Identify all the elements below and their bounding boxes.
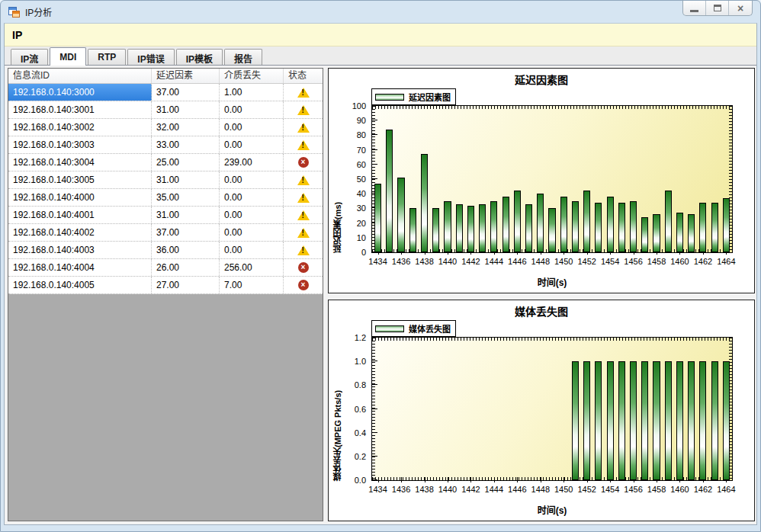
maximize-button[interactable]	[706, 1, 729, 15]
bar	[723, 361, 730, 480]
x-tick-label: 1454	[601, 257, 619, 266]
bar	[711, 203, 718, 252]
bar	[665, 191, 672, 252]
warning-icon	[297, 210, 310, 220]
bar	[676, 361, 683, 480]
title-bar[interactable]: IP分析 ×	[4, 1, 757, 23]
y-tick-label: 1.2	[355, 333, 366, 342]
window-controls: ×	[682, 1, 753, 16]
legend-swatch-icon	[375, 325, 404, 332]
column-header-delay-factor[interactable]: 延迟因素	[152, 69, 220, 83]
cell-media-loss: 239.00	[220, 154, 284, 171]
y-tick-label: 0.4	[355, 428, 366, 437]
x-axis-label: 时间(s)	[371, 503, 733, 516]
x-tick-label: 1450	[554, 257, 573, 266]
cell-stream-id: 192.168.0.140:4002	[8, 224, 152, 241]
bar	[688, 214, 695, 252]
legend-label: 延迟因素图	[409, 91, 451, 103]
cell-stream-id: 192.168.0.140:4001	[8, 207, 152, 223]
cell-media-loss: 0.00	[220, 171, 284, 188]
bar	[641, 217, 648, 252]
y-tick-label: 100	[352, 101, 366, 111]
bar	[432, 208, 439, 252]
table-row[interactable]: 192.168.0.140:300037.001.00	[8, 84, 323, 101]
tab-报告[interactable]: 报告	[224, 49, 262, 65]
main-content: 信息流ID 延迟因素 介质丢失 状态 192.168.0.140:300037.…	[5, 66, 756, 524]
x-tick-label: 1446	[508, 257, 526, 266]
table-body: 192.168.0.140:300037.001.00192.168.0.140…	[8, 84, 323, 294]
cell-status	[284, 136, 323, 153]
table-row[interactable]: 192.168.0.140:300333.000.00	[8, 136, 323, 154]
x-tick-label: 1444	[485, 257, 503, 266]
bar	[630, 361, 637, 480]
legend-label: 媒体丢失图	[409, 322, 451, 335]
cell-stream-id: 192.168.0.140:3001	[8, 101, 152, 118]
tab-RTP[interactable]: RTP	[88, 49, 126, 65]
legend-swatch-icon	[375, 94, 404, 101]
cell-status	[284, 171, 323, 188]
table-row[interactable]: 192.168.0.140:300131.000.00	[8, 101, 323, 119]
bar	[688, 361, 695, 480]
cell-media-loss: 0.00	[220, 119, 284, 136]
plot-area: 0102030405060708090100143414361438144014…	[371, 105, 733, 253]
bar	[641, 361, 648, 480]
x-tick-label: 1464	[717, 257, 735, 266]
x-tick-label: 1454	[601, 485, 619, 494]
bar	[514, 191, 521, 252]
bar	[421, 154, 428, 252]
error-icon: ×	[298, 280, 309, 290]
window-body: IP IP流MDIRTPIP错误IP模板报告 信息流ID 延迟因素 介质丢失 状…	[4, 23, 757, 525]
table-row[interactable]: 192.168.0.140:400527.007.00×	[8, 277, 323, 294]
y-tick-label: 70	[357, 146, 366, 155]
tab-IP错误[interactable]: IP错误	[127, 49, 174, 65]
cell-delay-factor: 27.00	[152, 277, 220, 293]
x-tick-label: 1462	[694, 485, 712, 494]
table-row[interactable]: 192.168.0.140:400426.00256.00×	[8, 259, 323, 277]
bar	[699, 361, 706, 480]
warning-icon	[297, 105, 310, 115]
column-header-stream-id[interactable]: 信息流ID	[8, 69, 152, 83]
close-button[interactable]: ×	[729, 1, 752, 15]
table-row[interactable]: 192.168.0.140:300531.000.00	[8, 171, 323, 189]
cell-media-loss: 7.00	[220, 277, 284, 293]
x-tick-label: 1434	[368, 485, 387, 494]
table-row[interactable]: 192.168.0.140:400237.000.00	[8, 224, 323, 242]
warning-icon	[297, 228, 310, 238]
cell-status	[284, 224, 323, 241]
bar	[525, 204, 532, 252]
bar	[723, 198, 730, 252]
tab-MDI[interactable]: MDI	[50, 47, 86, 66]
table-row[interactable]: 192.168.0.140:300232.000.00	[8, 119, 323, 136]
bar	[595, 361, 602, 480]
table-header: 信息流ID 延迟因素 介质丢失 状态	[8, 69, 323, 84]
cell-delay-factor: 25.00	[152, 154, 220, 171]
column-header-status[interactable]: 状态	[284, 69, 323, 83]
cell-media-loss: 0.00	[220, 101, 284, 118]
column-header-media-loss[interactable]: 介质丢失	[220, 69, 284, 83]
y-tick-label: 40	[357, 189, 366, 198]
bar	[548, 208, 555, 252]
cell-delay-factor: 35.00	[152, 189, 220, 206]
table-row[interactable]: 192.168.0.140:400336.000.00	[8, 242, 323, 259]
table-row[interactable]: 192.168.0.140:400131.000.00	[8, 207, 323, 224]
cell-delay-factor: 31.00	[152, 171, 220, 188]
bar	[618, 203, 625, 252]
tab-IP流[interactable]: IP流	[11, 49, 48, 65]
table-row[interactable]: 192.168.0.140:300425.00239.00×	[8, 154, 323, 171]
x-tick-label: 1438	[415, 485, 433, 494]
bar	[653, 361, 660, 480]
tab-IP模板[interactable]: IP模板	[176, 49, 223, 65]
y-axis-label: 延迟因素(ms)	[332, 105, 344, 253]
warning-icon	[297, 175, 310, 185]
warning-icon	[297, 88, 310, 98]
y-tick-label: 20	[357, 219, 366, 228]
bar	[630, 201, 637, 252]
bar	[607, 361, 614, 480]
x-tick-label: 1442	[461, 257, 480, 266]
cell-stream-id: 192.168.0.140:3005	[8, 171, 152, 188]
table-row[interactable]: 192.168.0.140:400035.000.00	[8, 189, 323, 207]
page-banner: IP	[5, 24, 756, 46]
bar	[676, 213, 683, 252]
cell-stream-id: 192.168.0.140:4005	[8, 277, 152, 293]
minimize-button[interactable]	[683, 1, 706, 15]
